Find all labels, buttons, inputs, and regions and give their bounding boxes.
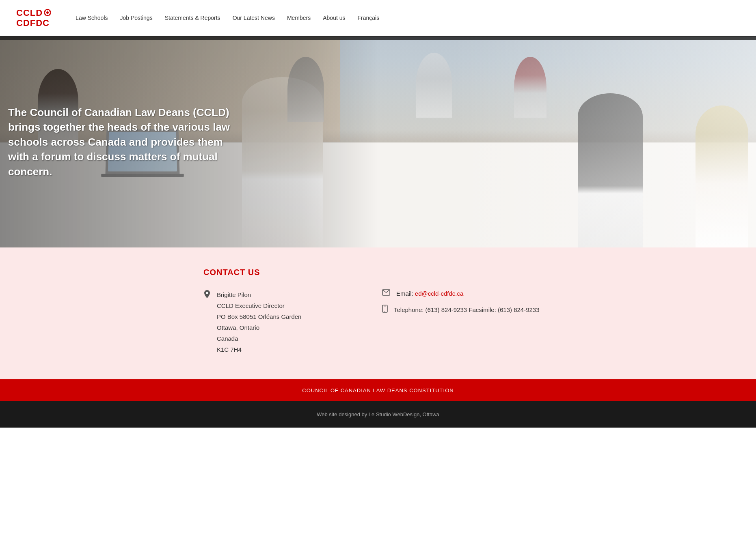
footer-red-bar: COUNCIL OF CANADIAN LAW DEANS CONSTITUTI… bbox=[0, 379, 756, 401]
footer-bottom: Web site designed by Le Studio WebDesign… bbox=[0, 401, 756, 428]
nav-francais[interactable]: Français bbox=[358, 15, 380, 21]
contact-name: Brigitte Pilon bbox=[217, 289, 301, 300]
contact-role: CCLD Executive Director bbox=[217, 300, 301, 311]
fade-overlay bbox=[454, 37, 756, 247]
hero-section: The Council of Canadian Law Deans (CCLD)… bbox=[0, 37, 756, 247]
contact-title: CONTACT US bbox=[203, 268, 553, 277]
logo[interactable]: CCLD CDFDC bbox=[16, 8, 51, 28]
email-text: Email: ed@ccld-cdfdc.ca bbox=[396, 290, 463, 297]
contact-address: Brigitte Pilon CCLD Executive Director P… bbox=[217, 289, 301, 355]
svg-point-11 bbox=[384, 311, 385, 312]
nav-latest-news[interactable]: Our Latest News bbox=[233, 15, 275, 21]
svg-point-4 bbox=[49, 14, 50, 15]
contact-address1: PO Box 58051 Orléans Garden bbox=[217, 311, 301, 322]
location-icon bbox=[203, 290, 211, 355]
logo-cdfdc: CDFDC bbox=[16, 18, 50, 28]
svg-point-8 bbox=[206, 292, 208, 294]
footer-credit: Web site designed by Le Studio WebDesign… bbox=[0, 411, 756, 417]
contact-grid: Brigitte Pilon CCLD Executive Director P… bbox=[203, 289, 553, 355]
phone-row: Telephone: (613) 824-9233 Facsimile: (61… bbox=[382, 305, 553, 314]
phone-icon bbox=[382, 305, 388, 314]
contact-right-block: Email: ed@ccld-cdfdc.ca Telephone: (613)… bbox=[382, 289, 553, 355]
phone-text: Telephone: (613) 824-9233 Facsimile: (61… bbox=[394, 306, 540, 313]
constitution-link[interactable]: COUNCIL OF CANADIAN LAW DEANS CONSTITUTI… bbox=[302, 387, 454, 394]
nav-statements-reports[interactable]: Statements & Reports bbox=[165, 15, 220, 21]
nav-members[interactable]: Members bbox=[287, 15, 311, 21]
svg-point-7 bbox=[45, 11, 46, 12]
nav-law-schools[interactable]: Law Schools bbox=[76, 15, 108, 21]
contact-address4: K1C 7H4 bbox=[217, 344, 301, 355]
contact-address3: Canada bbox=[217, 333, 301, 344]
header: CCLD CDFDC bbox=[0, 0, 756, 37]
svg-point-1 bbox=[46, 11, 49, 14]
email-link[interactable]: ed@ccld-cdfdc.ca bbox=[415, 290, 463, 297]
nav-job-postings[interactable]: Job Postings bbox=[120, 15, 153, 21]
svg-point-3 bbox=[49, 11, 50, 12]
contact-address-block: Brigitte Pilon CCLD Executive Director P… bbox=[203, 289, 374, 355]
hero-text: The Council of Canadian Law Deans (CCLD)… bbox=[8, 105, 244, 179]
email-icon bbox=[382, 289, 390, 297]
nav-about-us[interactable]: About us bbox=[323, 15, 345, 21]
logo-circle-icon bbox=[44, 9, 51, 16]
contact-address2: Ottawa, Ontario bbox=[217, 322, 301, 333]
email-row: Email: ed@ccld-cdfdc.ca bbox=[382, 289, 553, 297]
svg-point-5 bbox=[47, 15, 48, 16]
svg-point-6 bbox=[45, 14, 46, 15]
svg-point-2 bbox=[47, 9, 48, 11]
email-label: Email: bbox=[396, 290, 413, 297]
main-nav: Law Schools Job Postings Statements & Re… bbox=[76, 15, 740, 21]
logo-ccld: CCLD bbox=[16, 8, 43, 18]
contact-section: CONTACT US Brigitte Pilon CCLD Executive… bbox=[0, 247, 756, 379]
